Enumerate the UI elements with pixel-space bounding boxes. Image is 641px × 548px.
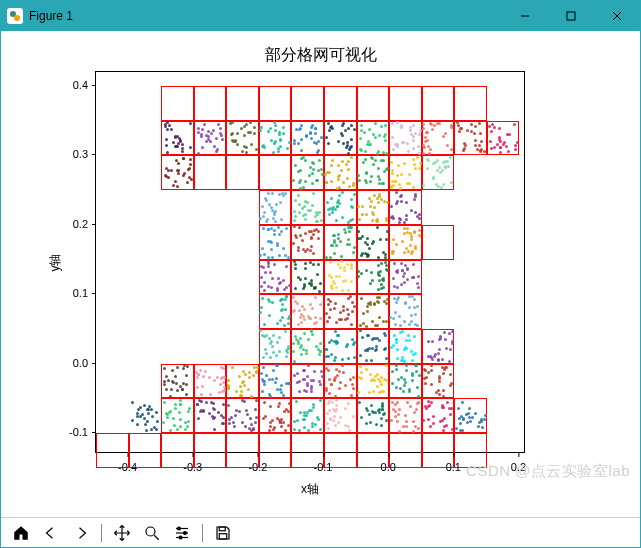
forward-button[interactable] — [67, 521, 95, 545]
figure-window: Figure 1 部分格网可视化 -0.4-0.3-0.2-0.10.00.10… — [0, 0, 641, 548]
svg-point-11 — [178, 527, 181, 530]
grid-cell — [454, 86, 487, 121]
save-button[interactable] — [209, 521, 237, 545]
app-icon — [7, 8, 23, 24]
grid-cell — [194, 155, 227, 190]
svg-point-13 — [179, 536, 182, 539]
minimize-button[interactable] — [502, 1, 548, 31]
figure-canvas[interactable]: 部分格网可视化 -0.4-0.3-0.2-0.10.00.10.2 -0.10.… — [1, 31, 640, 517]
x-tick: 0.0 — [381, 461, 396, 473]
svg-rect-14 — [219, 527, 225, 531]
grid-cell — [259, 155, 292, 190]
x-tick: 0.2 — [511, 461, 526, 473]
svg-point-6 — [146, 527, 155, 536]
grid-cell — [324, 86, 357, 121]
x-tick: -0.1 — [314, 461, 333, 473]
grid-cell — [389, 225, 422, 260]
grid-cell — [161, 86, 194, 121]
x-tick: -0.4 — [118, 461, 137, 473]
grid-cell — [422, 225, 455, 260]
close-button[interactable] — [594, 1, 640, 31]
toolbar-separator — [202, 524, 203, 542]
x-tick: 0.1 — [446, 461, 461, 473]
svg-point-1 — [14, 15, 20, 21]
grid-cell — [226, 155, 259, 190]
grid-cell — [357, 86, 390, 121]
grid-cell — [422, 398, 455, 433]
x-tick: -0.2 — [248, 461, 267, 473]
plot-axes[interactable] — [95, 71, 525, 453]
svg-rect-15 — [219, 533, 227, 538]
configure-button[interactable] — [168, 521, 196, 545]
home-button[interactable] — [7, 521, 35, 545]
maximize-button[interactable] — [548, 1, 594, 31]
matplotlib-toolbar — [1, 517, 640, 547]
grid-cell — [194, 86, 227, 121]
toolbar-separator — [101, 524, 102, 542]
back-button[interactable] — [37, 521, 65, 545]
window-title: Figure 1 — [29, 9, 73, 23]
grid-cell — [291, 86, 324, 121]
grid-cell — [259, 86, 292, 121]
titlebar[interactable]: Figure 1 — [1, 1, 640, 31]
zoom-button[interactable] — [138, 521, 166, 545]
svg-rect-3 — [567, 12, 575, 20]
y-axis-label: y轴 — [45, 71, 65, 453]
grid-cell — [422, 86, 455, 121]
grid-cell — [291, 329, 324, 364]
grid-cell — [389, 86, 422, 121]
svg-line-7 — [154, 535, 159, 540]
x-tick: -0.3 — [183, 461, 202, 473]
plot-title: 部分格网可视化 — [1, 45, 640, 66]
pan-button[interactable] — [108, 521, 136, 545]
x-axis-label: x轴 — [95, 481, 525, 498]
svg-point-12 — [184, 531, 187, 534]
grid-cell — [226, 86, 259, 121]
